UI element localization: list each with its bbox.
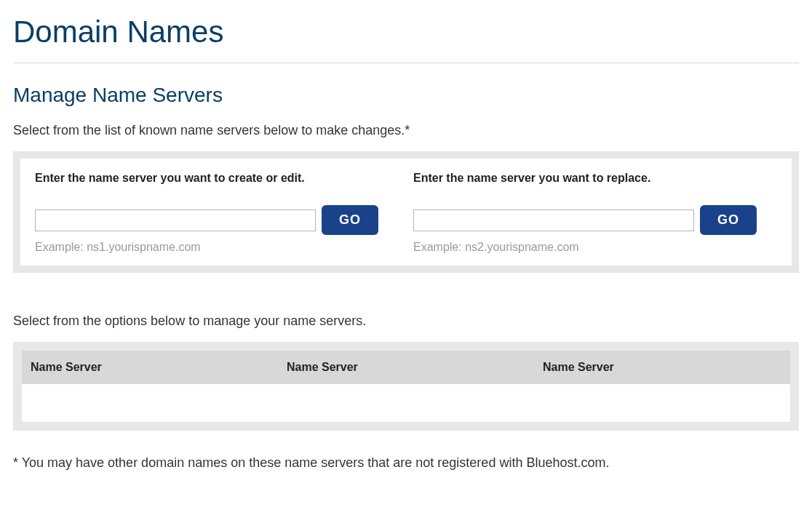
form-panel: Enter the name server you want to create…	[13, 151, 799, 273]
replace-input[interactable]	[413, 209, 694, 231]
create-edit-input[interactable]	[35, 209, 316, 231]
replace-column: Enter the name server you want to replac…	[413, 172, 777, 254]
table-cell	[22, 384, 278, 422]
table-header-2: Name Server	[278, 351, 534, 384]
table-header-row: Name Server Name Server Name Server	[22, 351, 790, 384]
section-title: Manage Name Servers	[13, 84, 799, 107]
replace-label: Enter the name server you want to replac…	[413, 172, 777, 185]
replace-example: Example: ns2.yourispname.com	[413, 241, 777, 254]
table-header-3: Name Server	[534, 351, 790, 384]
table-cell	[278, 384, 534, 422]
create-edit-row: GO	[35, 205, 399, 235]
table-row	[22, 384, 790, 422]
replace-go-button[interactable]: GO	[700, 205, 757, 235]
replace-row: GO	[413, 205, 777, 235]
table-header-1: Name Server	[22, 351, 278, 384]
create-edit-go-button[interactable]: GO	[322, 205, 378, 235]
name-server-table: Name Server Name Server Name Server	[22, 351, 790, 422]
create-edit-example: Example: ns1.yourispname.com	[35, 241, 399, 254]
table-cell	[534, 384, 790, 422]
footnote: * You may have other domain names on the…	[13, 455, 799, 471]
page-title: Domain Names	[13, 15, 799, 63]
form-inner: Enter the name server you want to create…	[20, 159, 792, 266]
create-edit-column: Enter the name server you want to create…	[35, 172, 399, 254]
options-intro: Select from the options below to manage …	[13, 314, 799, 329]
create-edit-label: Enter the name server you want to create…	[35, 172, 399, 185]
table-panel: Name Server Name Server Name Server	[13, 342, 799, 431]
intro-text: Select from the list of known name serve…	[13, 123, 799, 138]
